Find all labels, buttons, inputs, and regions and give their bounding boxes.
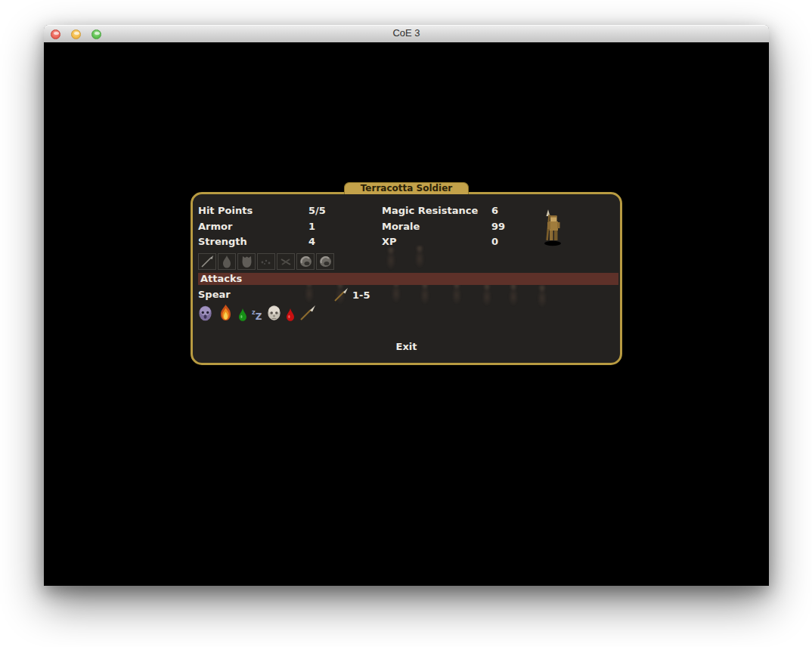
exit-button[interactable]: Exit	[193, 341, 620, 352]
weapon-spear-icon	[333, 286, 350, 305]
ghost-sprite	[451, 282, 462, 306]
unit-sprite	[537, 208, 569, 252]
stat-label-armor: Armor	[198, 221, 232, 233]
stat-value-morale: 99	[491, 221, 505, 233]
ability-shell-icon	[316, 253, 334, 270]
window-titlebar[interactable]: CoE 3	[44, 25, 769, 43]
ability-icon-row	[198, 253, 334, 270]
dialog-title-tab: Terracotta Soldier	[344, 182, 469, 194]
unit-info-dialog: Terracotta Soldier Hit Points 5/5 Armor …	[191, 192, 622, 365]
stat-value-xp: 0	[491, 236, 498, 248]
window-title: CoE 3	[44, 27, 769, 39]
stat-value-armor: 1	[308, 221, 315, 233]
ability-flame-icon	[218, 253, 236, 270]
ghost-sprite	[482, 283, 492, 308]
blood-drop-icon	[287, 308, 294, 324]
ability-bones-icon	[277, 253, 295, 270]
attacks-section-header: Attacks	[198, 273, 618, 285]
stat-label-hit-points: Hit Points	[198, 205, 253, 217]
fire-icon	[218, 304, 234, 324]
ability-dust-icon	[257, 253, 275, 270]
stat-value-magic-resistance: 6	[491, 205, 498, 217]
attack-damage-group: 1-5	[333, 286, 370, 305]
stat-label-morale: Morale	[382, 221, 420, 233]
ghost-sprite	[508, 283, 519, 308]
sleep-icon: zZ	[252, 310, 262, 321]
attack-property-icons: zZ	[198, 305, 318, 324]
game-screen: Terracotta Soldier Hit Points 5/5 Armor …	[44, 42, 769, 586]
ghost-sprite	[386, 247, 396, 271]
attack-name: Spear	[198, 289, 231, 302]
fear-face-icon	[198, 305, 212, 324]
poison-drop-icon	[239, 308, 246, 324]
stat-label-strength: Strength	[198, 236, 247, 248]
ability-spear-icon	[198, 253, 216, 270]
attack-damage-value: 1-5	[352, 289, 370, 301]
sleep-z-large: Z	[256, 311, 262, 322]
ghost-sprite	[537, 285, 547, 309]
ability-cuirass-icon	[237, 253, 256, 270]
app-window: CoE 3 Terracotta Soldier Hit Points 5/5 …	[44, 25, 769, 586]
stat-value-hit-points: 5/5	[308, 205, 326, 217]
ghost-sprite	[420, 282, 430, 306]
spear-icon	[299, 303, 318, 324]
stat-label-magic-resistance: Magic Resistance	[382, 205, 478, 217]
ability-shell-icon	[296, 253, 315, 270]
ghost-sprite	[414, 246, 425, 270]
stat-value-strength: 4	[308, 236, 315, 248]
stat-label-xp: XP	[382, 236, 397, 248]
skull-icon	[267, 305, 281, 324]
